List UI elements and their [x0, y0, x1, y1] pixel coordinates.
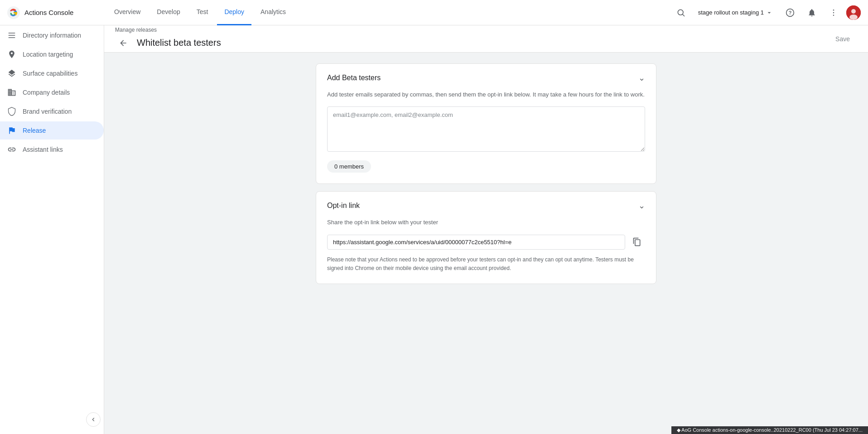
layers-icon [7, 69, 16, 78]
add-beta-testers-header: Add Beta testers ⌄ [316, 64, 656, 90]
page-header: Manage releases Whitelist beta testers S… [104, 25, 868, 53]
add-beta-testers-card: Add Beta testers ⌄ Add tester emails sep… [316, 63, 656, 184]
business-icon [7, 88, 16, 97]
link-icon [7, 145, 16, 154]
svg-point-7 [833, 14, 834, 16]
help-button[interactable]: ? [781, 4, 799, 22]
breadcrumb: Manage releases [115, 27, 221, 33]
nav-overview[interactable]: Overview [107, 0, 148, 25]
svg-rect-11 [9, 33, 15, 34]
notifications-icon [807, 8, 816, 17]
copy-icon [632, 237, 641, 246]
opt-in-link-note: Please note that your Actions need to be… [327, 256, 645, 273]
nav-develop[interactable]: Develop [149, 0, 187, 25]
avatar-icon [846, 5, 861, 20]
sidebar-item-label: Location targeting [23, 51, 96, 58]
svg-point-5 [833, 9, 834, 10]
sidebar-item-label: Brand verification [23, 108, 96, 115]
nav-test[interactable]: Test [189, 0, 216, 25]
collapse-sidebar-button[interactable] [86, 412, 101, 427]
status-bar: ◆ AoG Console actions-on-google-console.… [671, 426, 868, 434]
email-input[interactable] [327, 106, 645, 152]
opt-in-link-input[interactable] [327, 235, 625, 250]
stage-selector[interactable]: stage rollout on staging 1 [694, 6, 777, 19]
sidebar-item-assistant-links[interactable]: Assistant links [0, 140, 104, 159]
sidebar: Directory information Location targeting… [0, 25, 104, 434]
arrow-back-icon [119, 39, 128, 48]
search-icon [676, 8, 685, 17]
sidebar-item-label: Surface capabilities [23, 70, 96, 77]
svg-point-10 [849, 14, 858, 20]
sidebar-item-label: Directory information [23, 32, 96, 39]
nav-deploy[interactable]: Deploy [217, 0, 251, 25]
status-bar-text: ◆ AoG Console actions-on-google-console.… [677, 427, 863, 433]
opt-in-link-body: Share the opt-in link below with your te… [316, 218, 656, 284]
add-beta-testers-body: Add tester emails separated by commas, t… [316, 90, 656, 183]
notifications-button[interactable] [803, 4, 821, 22]
chevron-left-icon [90, 416, 97, 423]
svg-point-9 [851, 9, 856, 14]
chevron-down-icon [766, 9, 773, 16]
help-icon: ? [786, 8, 795, 17]
sidebar-item-directory-information[interactable]: Directory information [0, 26, 104, 44]
top-navigation: Actions Console Overview Develop Test De… [0, 0, 868, 25]
more-options-button[interactable] [825, 4, 843, 22]
copy-link-button[interactable] [629, 234, 645, 250]
stage-selector-label: stage rollout on staging 1 [698, 9, 764, 16]
shield-icon [7, 107, 16, 116]
page-title-area: Manage releases Whitelist beta testers [115, 27, 221, 51]
content-area: Add Beta testers ⌄ Add tester emails sep… [305, 53, 667, 302]
back-button[interactable] [115, 35, 131, 51]
nav-analytics[interactable]: Analytics [253, 0, 293, 25]
svg-point-6 [833, 12, 834, 13]
save-button[interactable]: Save [828, 32, 857, 46]
list-icon [7, 31, 16, 40]
collapse-opt-in-card-button[interactable]: ⌄ [638, 201, 645, 211]
sidebar-item-label: Assistant links [23, 146, 96, 153]
sidebar-item-company-details[interactable]: Company details [0, 83, 104, 101]
nav-links: Overview Develop Test Deploy Analytics [107, 0, 672, 25]
app-title: Actions Console [24, 9, 73, 16]
opt-in-link-card: Opt-in link ⌄ Share the opt-in link belo… [316, 191, 656, 285]
add-beta-testers-title: Add Beta testers [327, 74, 381, 82]
location-icon [7, 50, 16, 59]
main-content: Manage releases Whitelist beta testers S… [104, 25, 868, 434]
search-button[interactable] [672, 4, 690, 22]
sidebar-item-location-targeting[interactable]: Location targeting [0, 45, 104, 63]
svg-text:?: ? [789, 10, 792, 15]
svg-rect-13 [9, 37, 15, 38]
collapse-card-button[interactable]: ⌄ [638, 73, 645, 83]
nav-right-actions: stage rollout on staging 1 ? [672, 4, 861, 22]
flag-icon [7, 126, 16, 135]
opt-in-link-header: Opt-in link ⌄ [316, 192, 656, 218]
opt-in-link-title: Opt-in link [327, 202, 360, 210]
add-beta-testers-description: Add tester emails separated by commas, t… [327, 90, 645, 99]
page-title: Whitelist beta testers [137, 38, 221, 48]
svg-rect-12 [9, 35, 15, 36]
link-row [327, 234, 645, 250]
members-count-badge: 0 members [327, 160, 371, 173]
google-logo-icon [7, 6, 20, 19]
svg-line-2 [682, 14, 684, 16]
opt-in-link-description: Share the opt-in link below with your te… [327, 218, 645, 227]
sidebar-item-label: Release [23, 127, 96, 134]
sidebar-item-surface-capabilities[interactable]: Surface capabilities [0, 64, 104, 82]
sidebar-item-brand-verification[interactable]: Brand verification [0, 102, 104, 121]
user-avatar[interactable] [846, 5, 861, 20]
sidebar-item-release[interactable]: Release [0, 121, 104, 140]
more-vertical-icon [829, 8, 838, 17]
sidebar-item-label: Company details [23, 89, 96, 96]
logo-area: Actions Console [7, 6, 107, 19]
